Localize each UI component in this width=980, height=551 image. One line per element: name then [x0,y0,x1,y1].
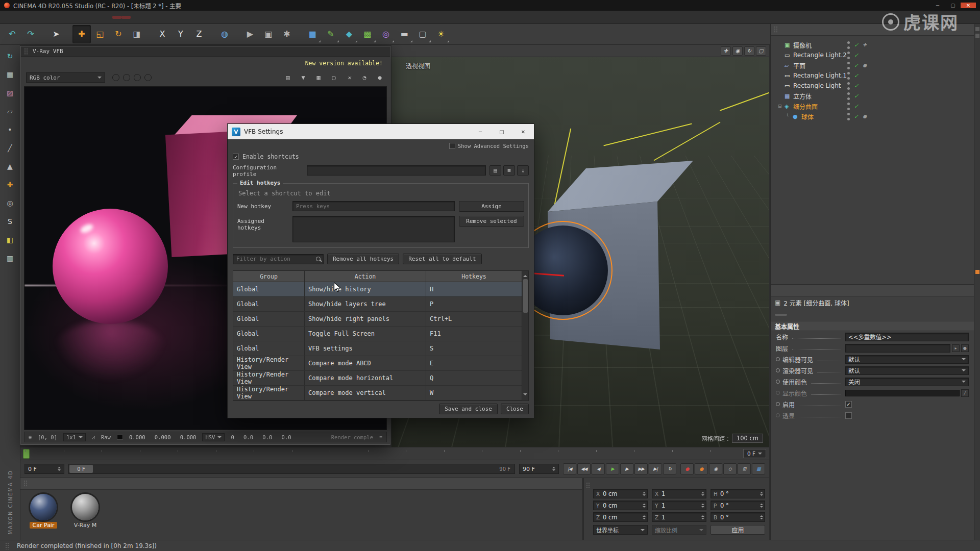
texture-mode-button[interactable]: ▨ [3,86,17,100]
menu-item[interactable] [186,16,195,19]
save-and-close-button[interactable]: Save and close [439,404,498,414]
viewport-menu-item[interactable] [444,50,452,52]
show-region-button[interactable]: ▢ [329,72,339,83]
material-menu-item[interactable] [55,483,63,485]
position-z-field[interactable]: Z 0 cm [593,512,648,522]
object-plane[interactable]: ▱ 平面 ✓ ● [771,60,974,70]
menu-item[interactable] [112,16,121,19]
menu-item[interactable] [48,16,57,19]
menu-item[interactable] [94,16,103,19]
position-x-field[interactable]: X 0 cm [593,489,648,498]
menu-item[interactable] [76,16,85,19]
dialog-maximize-button[interactable]: □ [491,124,512,139]
workplane-mode-button[interactable]: ▱ [3,104,17,118]
menu-item[interactable] [57,16,66,19]
dialog-close-button[interactable]: ✕ [512,124,534,139]
hotkey-row[interactable]: Global Show/hide layers tree P [233,297,528,312]
add-subdivision-button[interactable]: ◆ [340,25,358,43]
display-color-swatch[interactable] [845,390,960,396]
menu-item[interactable] [213,16,223,19]
layout-icon[interactable] [975,27,979,31]
viewport-menu-item[interactable] [411,50,419,52]
color-edit-button[interactable]: ╱ [961,389,969,397]
enable-axis-button[interactable]: ✚ [3,178,17,192]
close-button[interactable]: ✕ [961,3,976,8]
viewport-menu-item[interactable] [427,50,435,52]
apply-button[interactable]: 应用 [710,525,765,535]
model-mode-button[interactable]: ▦ [3,67,17,82]
om-menu-item[interactable] [789,29,797,31]
table-scrollbar[interactable] [522,271,528,400]
browse-profile-button[interactable]: ▤ [489,165,501,176]
red-channel-toggle[interactable] [112,74,119,81]
zoom-select[interactable]: 1x1 [63,433,86,441]
add-camera-button[interactable]: ▢ [413,25,432,43]
enabled-check-icon[interactable]: ✓ [854,42,859,48]
object-tag-icon[interactable]: ● [863,114,867,119]
rotation-p-field[interactable]: P 0 ° [710,500,765,510]
render-visibility-select[interactable]: 默认 [845,366,969,375]
redo-button[interactable]: ↷ [21,25,40,43]
profile-list-button[interactable]: ≡ [503,165,515,176]
vfb-titlebar[interactable]: V-Ray VFB [21,46,390,57]
remove-all-hotkeys-button[interactable]: Remove all hotkeys [327,254,399,264]
undo-button[interactable]: ↶ [3,25,21,43]
previous-key-button[interactable]: ◀◀ [577,463,591,474]
channel-select[interactable]: RGB color [26,72,105,83]
material-menu-item[interactable] [30,483,38,485]
material-menu-item[interactable] [38,483,46,485]
hotkey-row[interactable]: Global VFB settings S [233,341,528,356]
next-key-button[interactable]: ▶▶ [634,463,648,474]
polygons-mode-button[interactable]: ▲ [3,159,17,173]
render-view-button[interactable]: ▶ [241,25,259,43]
visibility-dots[interactable] [847,92,850,100]
keyframe-dot-icon[interactable] [776,368,780,372]
visibility-dots[interactable] [847,82,850,90]
menu-item[interactable] [20,16,30,19]
spinner-arrows-icon[interactable] [701,502,704,509]
save-profile-button[interactable]: ↓ [517,165,529,176]
visibility-dots[interactable] [847,62,850,69]
reset-all-button[interactable]: Reset all to default [403,254,481,264]
menu-item[interactable] [195,16,204,19]
scroll-up-icon[interactable] [523,273,527,277]
add-mograph-button[interactable]: ▩ [358,25,377,43]
enable-shortcuts-checkbox[interactable]: ✓ [233,154,239,160]
hotkey-row[interactable]: Global Show/hide history H [233,282,528,297]
viewport-menu-item[interactable] [403,50,411,52]
spinner-arrows-icon[interactable] [701,490,704,497]
scroll-down-icon[interactable] [523,393,527,397]
render-settings-button[interactable]: ✱ [278,25,296,43]
enabled-check-icon[interactable]: ✓ [854,72,859,79]
dialog-titlebar[interactable]: V VFB Settings ─ □ ✕ [228,124,534,139]
name-field[interactable]: <<多重数值>> [845,333,969,341]
visibility-dots[interactable] [847,113,850,120]
lock-x-axis-button[interactable]: X [153,25,172,43]
assign-button[interactable]: Assign [459,201,524,212]
configuration-profile-input[interactable] [307,165,486,176]
hotkey-row[interactable]: Global Toggle Full Screen F11 [233,327,528,341]
menu-icon[interactable]: ≡ [379,434,382,440]
coord-system-select[interactable]: 世界坐标 [593,525,648,535]
end-frame-spinner[interactable]: 90 F [519,464,559,474]
save-image-button[interactable]: ▼ [298,72,308,83]
lock-z-axis-button[interactable]: Z [190,25,208,43]
menu-item[interactable] [39,16,48,19]
add-pen-button[interactable]: ✎ [322,25,340,43]
next-frame-button[interactable]: ▶ [620,463,633,474]
current-frame-spinner[interactable]: 0 F [24,464,64,474]
enabled-check-icon[interactable]: ✓ [854,93,859,99]
object-rectangle-light-1[interactable]: ▭ Rectangle Light.1 ✓ [771,70,974,81]
previous-frame-button[interactable]: ◀ [592,463,605,474]
xray-checkbox[interactable] [845,412,852,419]
snap-toggle-button[interactable]: S [3,214,17,229]
spinner-arrows-icon[interactable] [643,514,646,521]
om-menu-item[interactable] [813,29,821,31]
alpha-channel-toggle[interactable] [144,74,152,81]
menu-item[interactable] [85,16,94,19]
vfb-menu-item[interactable] [43,62,53,64]
spinner-arrows-icon[interactable] [701,514,704,521]
add-floor-button[interactable]: ▬ [395,25,413,43]
menu-item[interactable] [131,16,140,19]
menu-item[interactable] [66,16,76,19]
